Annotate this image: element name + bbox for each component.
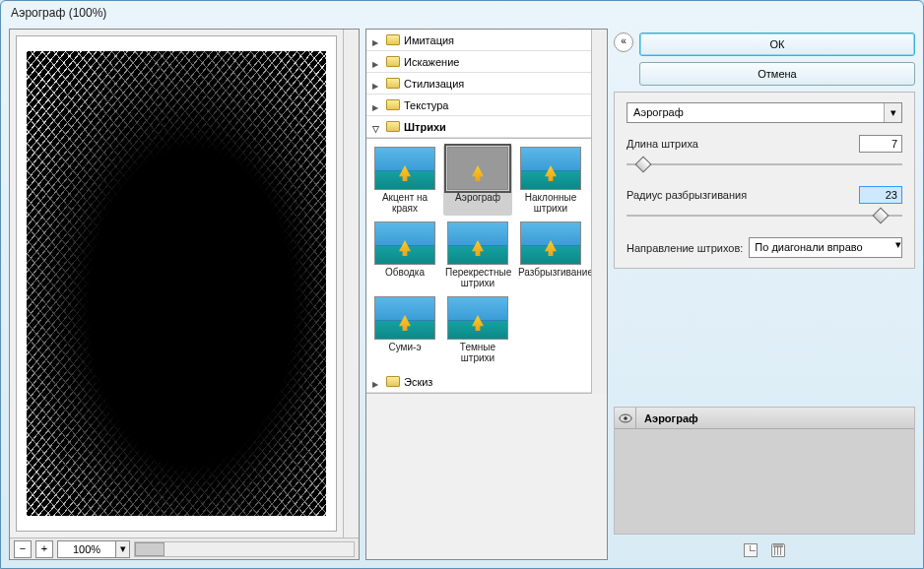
thumbnail-image [520,221,581,265]
thumbnail-image [447,296,508,340]
folder-icon [386,78,400,89]
filter-gallery-window: Аэрограф (100%) − + 100% ▾ [0,0,924,569]
chevron-down-icon: ▾ [895,238,901,257]
svg-point-1 [624,416,627,420]
preview-scrollbar-vertical[interactable] [343,30,359,537]
thumbnail-label: Разбрызгивание [518,267,583,288]
category-label: Стилизация [404,78,464,90]
preview-scrollbar-horizontal[interactable] [134,541,355,557]
effect-layer-controls [614,540,915,560]
slider-thumb[interactable] [634,157,651,173]
filter-thumb-spatter[interactable]: Разбрызгивание [516,220,585,290]
stroke-length-label: Длина штриха [627,138,698,150]
thumbnail-label: Суми-э [372,342,437,363]
disclosure-triangle-icon [372,79,382,89]
thumbnail-label: Акцент на краях [372,192,437,214]
filter-thumb-ink[interactable]: Обводка [370,220,439,290]
thumbnail-image [374,147,435,190]
spray-radius-slider[interactable] [627,208,902,223]
folder-icon [386,34,400,45]
visibility-toggle[interactable] [615,408,636,429]
filter-thumb-cross[interactable]: Перекрестные штрихи [443,220,512,290]
preview-image [27,51,327,516]
filter-settings: Аэрограф ▾ Длина штриха Радиус разбрызги… [614,92,915,269]
folder-icon [386,376,400,387]
cancel-button[interactable]: Отмена [639,62,915,86]
category-sketch[interactable]: Эскиз [366,371,591,393]
stroke-direction-label: Направление штрихов: [627,242,743,254]
category-stylize[interactable]: Стилизация [366,73,591,95]
folder-icon [386,121,400,132]
spray-radius-label: Радиус разбрызгивания [627,189,747,201]
folder-icon [386,99,400,110]
thumbnail-label: Темные штрихи [445,342,510,363]
disclosure-triangle-icon [372,100,382,110]
thumbnail-image [374,296,435,340]
chevron-down-icon: ▾ [884,103,901,122]
spray-radius-input[interactable] [859,186,902,204]
disclosure-triangle-icon [372,57,382,67]
zoom-menu-caret[interactable]: ▾ [116,540,130,558]
folder-icon [386,56,400,67]
stroke-direction-select[interactable]: По диагонали вправо ▾ [749,237,902,258]
effect-layers-empty [615,429,914,534]
stroke-length-input[interactable] [859,135,902,153]
thumbnail-image [374,221,435,265]
filter-thumb-accented[interactable]: Акцент на краях [370,145,439,216]
category-list-bottom: Эскиз [366,371,591,394]
new-effect-layer-button[interactable] [744,543,758,557]
slider-track [627,163,902,165]
preview-toolbar: − + 100% ▾ [10,537,359,559]
filter-select[interactable]: Аэрограф ▾ [627,102,902,123]
slider-thumb[interactable] [872,208,889,224]
stroke-length-slider[interactable] [627,157,902,172]
preview-viewport[interactable] [16,35,337,532]
effect-layer-row[interactable]: Аэрограф [615,408,914,429]
eye-icon [619,413,632,423]
stroke-direction-value: По диагонали вправо [750,238,895,257]
effect-layer-name: Аэрограф [636,412,698,424]
window-title: Аэрограф (100%) [1,1,923,29]
disclosure-triangle-icon [372,122,382,132]
effect-layers-panel: Аэрограф [614,407,915,535]
zoom-out-button[interactable]: − [14,540,32,558]
thumbnail-label: Аэрограф [445,192,510,214]
thumbnail-image [447,147,508,190]
filter-thumb-angled[interactable]: Наклонные штрихи [516,145,585,216]
category-distort[interactable]: Искажение [366,51,591,73]
category-label: Штрихи [404,121,446,133]
category-label: Текстура [404,99,448,111]
category-label: Эскиз [404,376,432,388]
ok-button[interactable]: ОК [639,32,915,56]
category-imitation[interactable]: Имитация [366,30,591,51]
hscroll-thumb[interactable] [135,542,165,556]
category-texture[interactable]: Текстура [366,95,591,116]
filter-scrollbar-vertical[interactable] [591,30,607,394]
zoom-level-field[interactable]: 100% [57,540,116,558]
category-strokes[interactable]: Штрихи [366,116,591,138]
filter-panel: Имитация Искажение Стилизация Текстура Ш… [365,29,608,560]
settings-panel: « ОК Отмена Аэрограф ▾ Длина штриха [614,29,915,560]
disclosure-triangle-icon [372,377,382,387]
collapse-toggle-button[interactable]: « [614,32,633,52]
disclosure-triangle-icon [372,35,382,45]
zoom-in-button[interactable]: + [35,540,53,558]
thumbnail-image [520,147,581,190]
content-area: − + 100% ▾ Имитация Искажение Стилизация… [1,29,923,568]
preview-panel: − + 100% ▾ [9,29,360,560]
thumbnail-image [447,221,508,265]
filter-thumbnails: Акцент на краях Аэрограф Наклонные штрих… [366,139,591,371]
filter-thumb-airbrush[interactable]: Аэрограф [443,145,512,216]
category-label: Искажение [404,56,459,68]
slider-track [627,215,902,217]
thumbnail-label: Обводка [372,267,437,288]
filter-thumb-sumi[interactable]: Суми-э [370,294,439,365]
filter-thumb-dark[interactable]: Темные штрихи [443,294,512,365]
thumbnail-label: Перекрестные штрихи [445,267,510,288]
delete-effect-layer-button[interactable] [771,543,785,557]
category-label: Имитация [404,34,454,46]
thumbnail-label: Наклонные штрихи [518,192,583,214]
filter-select-value: Аэрограф [627,103,884,122]
category-list: Имитация Искажение Стилизация Текстура Ш… [366,30,591,139]
